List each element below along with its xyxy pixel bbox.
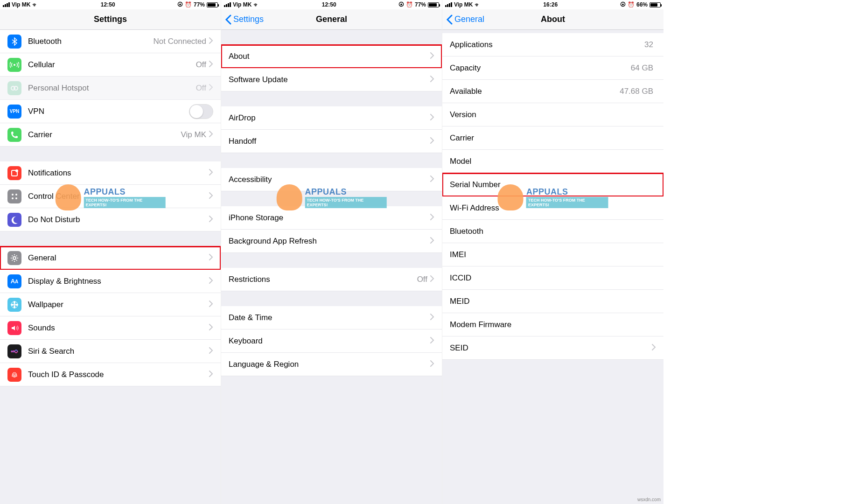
chevron-right-icon — [209, 84, 213, 92]
row-label: Carrier — [28, 130, 181, 140]
row-label: VPN — [28, 107, 189, 116]
row-general[interactable]: General — [0, 246, 221, 270]
status-time: 12:50 — [101, 1, 115, 8]
chevron-right-icon — [430, 237, 434, 245]
row-label: Modem Firmware — [450, 320, 656, 329]
row-restrictions[interactable]: RestrictionsOff — [221, 268, 442, 291]
settings-list[interactable]: BluetoothNot ConnectedCellularOffPersona… — [0, 30, 221, 504]
row-wifi-addr[interactable]: Wi-Fi Address — [442, 196, 663, 220]
row-modem[interactable]: Modem Firmware — [442, 313, 663, 336]
notifications-icon — [7, 166, 21, 180]
chevron-right-icon — [430, 214, 434, 222]
row-label: Display & Brightness — [28, 277, 209, 286]
chevron-right-icon — [430, 337, 434, 345]
row-language[interactable]: Language & Region — [221, 353, 442, 376]
moon-icon — [7, 213, 21, 227]
row-label: Personal Hotspot — [28, 84, 196, 93]
chevron-right-icon — [209, 192, 213, 201]
row-notifications[interactable]: Notifications — [0, 161, 221, 185]
nav-bar: GeneralAbout — [442, 9, 663, 30]
row-touchid[interactable]: Touch ID & Passcode — [0, 363, 221, 386]
row-label: Cellular — [28, 60, 196, 70]
row-meid[interactable]: MEID — [442, 290, 663, 313]
wifi-icon: ᯤ — [475, 1, 481, 8]
control-center-icon — [7, 189, 21, 203]
row-about-carrier[interactable]: Carrier — [442, 126, 663, 150]
nav-title: About — [541, 14, 565, 24]
back-button[interactable]: Settings — [225, 14, 264, 25]
display-icon: AA — [7, 274, 21, 288]
section-gap — [442, 30, 663, 33]
row-label: ICCID — [450, 273, 656, 283]
wifi-icon: ᯤ — [253, 1, 259, 8]
status-bar: Vip MK ᯤ16:26⦿ ⏰ 66% — [442, 0, 663, 9]
row-label: Wi-Fi Address — [450, 203, 656, 213]
status-bar: Vip MK ᯤ12:50⦿ ⏰ 77% — [0, 0, 221, 9]
row-airdrop[interactable]: AirDrop — [221, 106, 442, 130]
cellular-icon — [7, 58, 21, 72]
row-serial[interactable]: Serial Number — [442, 173, 663, 196]
row-bluetooth[interactable]: BluetoothNot Connected — [0, 30, 221, 53]
chevron-right-icon — [209, 216, 213, 224]
row-seid[interactable]: SEID — [442, 336, 663, 360]
carrier-label: Vip MK — [12, 1, 30, 8]
row-vpn[interactable]: VPNVPN — [0, 100, 221, 123]
back-button[interactable]: General — [446, 14, 484, 25]
chevron-right-icon — [209, 301, 213, 309]
row-label: Model — [450, 157, 656, 166]
svg-point-4 — [15, 169, 18, 172]
row-keyboard[interactable]: Keyboard — [221, 329, 442, 353]
row-background-refresh[interactable]: Background App Refresh — [221, 230, 442, 253]
row-date-time[interactable]: Date & Time — [221, 306, 442, 329]
toggle-switch[interactable] — [189, 104, 213, 119]
row-label: Handoff — [229, 137, 430, 146]
row-dnd[interactable]: Do Not Disturb — [0, 208, 221, 231]
row-wallpaper[interactable]: Wallpaper — [0, 293, 221, 316]
row-carrier[interactable]: CarrierVip MK — [0, 123, 221, 147]
row-accessibility[interactable]: Accessibility — [221, 168, 442, 191]
settings-list[interactable]: Applications32Capacity64 GBAvailable47.6… — [442, 30, 663, 504]
row-applications[interactable]: Applications32 — [442, 33, 663, 56]
row-label: IMEI — [450, 250, 656, 259]
row-available[interactable]: Available47.68 GB — [442, 80, 663, 103]
bluetooth-icon — [7, 35, 21, 49]
back-label: Settings — [233, 14, 264, 24]
row-label: Date & Time — [229, 313, 430, 322]
credit: wsxdn.com — [637, 497, 661, 502]
row-label: Serial Number — [450, 180, 656, 189]
row-imei[interactable]: IMEI — [442, 243, 663, 266]
section-gap — [221, 30, 442, 45]
row-software-update[interactable]: Software Update — [221, 68, 442, 91]
lock-icon: ⦿ — [177, 1, 183, 8]
row-about[interactable]: About — [221, 45, 442, 68]
row-label: Software Update — [229, 75, 430, 84]
row-label: Wallpaper — [28, 300, 209, 309]
row-sounds[interactable]: Sounds — [0, 316, 221, 340]
row-display[interactable]: AADisplay & Brightness — [0, 270, 221, 293]
row-hotspot[interactable]: Personal HotspotOff — [0, 77, 221, 100]
battery-icon — [428, 2, 439, 7]
settings-list[interactable]: AboutSoftware UpdateAirDropHandoffAccess… — [221, 30, 442, 504]
row-model[interactable]: Model — [442, 150, 663, 173]
section-gap — [221, 153, 442, 168]
row-label: Available — [450, 87, 620, 96]
chevron-right-icon — [209, 324, 213, 332]
row-iccid[interactable]: ICCID — [442, 266, 663, 290]
row-version[interactable]: Version — [442, 103, 663, 126]
row-control-center[interactable]: Control Center — [0, 185, 221, 208]
svg-point-15 — [15, 304, 18, 306]
row-storage[interactable]: iPhone Storage — [221, 206, 442, 230]
row-handoff[interactable]: Handoff — [221, 130, 442, 153]
battery-icon — [649, 2, 661, 7]
row-value: 64 GB — [631, 63, 653, 73]
svg-point-12 — [14, 301, 15, 304]
row-label: SEID — [450, 343, 652, 353]
chevron-right-icon — [430, 275, 434, 284]
signal-icon — [3, 2, 10, 7]
row-cellular[interactable]: CellularOff — [0, 53, 221, 77]
wifi-icon: ᯤ — [32, 1, 38, 8]
row-bt-addr[interactable]: Bluetooth — [442, 220, 663, 243]
hotspot-icon — [7, 81, 21, 95]
row-capacity[interactable]: Capacity64 GB — [442, 56, 663, 80]
row-siri[interactable]: Siri & Search — [0, 340, 221, 363]
